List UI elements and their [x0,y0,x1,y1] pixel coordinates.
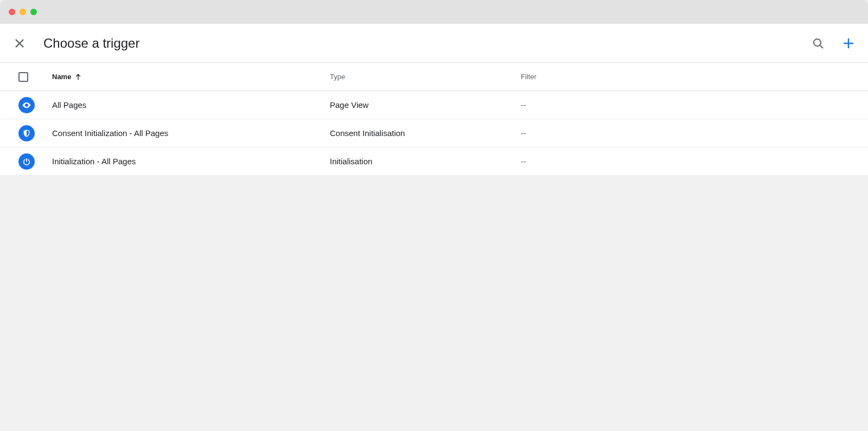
svg-point-2 [814,39,821,46]
column-header-filter[interactable]: Filter [521,73,868,81]
search-icon [812,37,825,50]
window-maximize-traffic-light[interactable] [30,9,37,15]
row-name: Initialization - All Pages [52,157,330,166]
row-type: Page View [330,100,521,110]
power-icon [18,153,35,170]
page-view-icon [18,97,35,113]
column-header-name-label: Name [52,73,71,81]
header-actions [812,37,855,50]
shield-icon [18,125,35,141]
table-header: Name Type Filter [0,63,868,91]
add-button[interactable] [842,37,855,50]
row-icon-cell [18,97,52,113]
row-type: Consent Initialisation [330,128,521,138]
table-row[interactable]: All Pages Page View -- [0,91,868,119]
column-header-name[interactable]: Name [52,73,330,81]
table-body: All Pages Page View -- Consent Initializ… [0,91,868,176]
row-name: Consent Initialization - All Pages [52,128,330,138]
row-filter: -- [521,157,868,166]
row-icon-cell [18,153,52,170]
search-button[interactable] [812,37,825,50]
column-header-filter-label: Filter [521,73,537,81]
window-close-traffic-light[interactable] [9,9,15,15]
window-title-bar [0,0,868,24]
row-icon-cell [18,125,52,141]
table-row[interactable]: Initialization - All Pages Initialisatio… [0,147,868,176]
modal-title: Choose a trigger [43,36,812,51]
window: Choose a trigger [0,0,868,431]
modal-header: Choose a trigger [0,24,868,63]
plus-icon [842,37,855,50]
row-name: All Pages [52,100,330,110]
arrow-up-icon [74,73,82,81]
content-area: Choose a trigger [0,24,868,431]
row-filter: -- [521,100,868,110]
close-icon [14,37,25,49]
svg-line-3 [820,45,824,48]
row-filter: -- [521,128,868,138]
close-button[interactable] [13,37,26,50]
select-all-checkbox[interactable] [18,72,28,82]
svg-point-7 [26,104,28,106]
select-all-cell [18,72,52,82]
row-type: Initialisation [330,157,521,166]
window-minimize-traffic-light[interactable] [20,9,26,15]
column-header-type-label: Type [330,73,345,81]
table-row[interactable]: Consent Initialization - All Pages Conse… [0,119,868,147]
column-header-type[interactable]: Type [330,73,521,81]
